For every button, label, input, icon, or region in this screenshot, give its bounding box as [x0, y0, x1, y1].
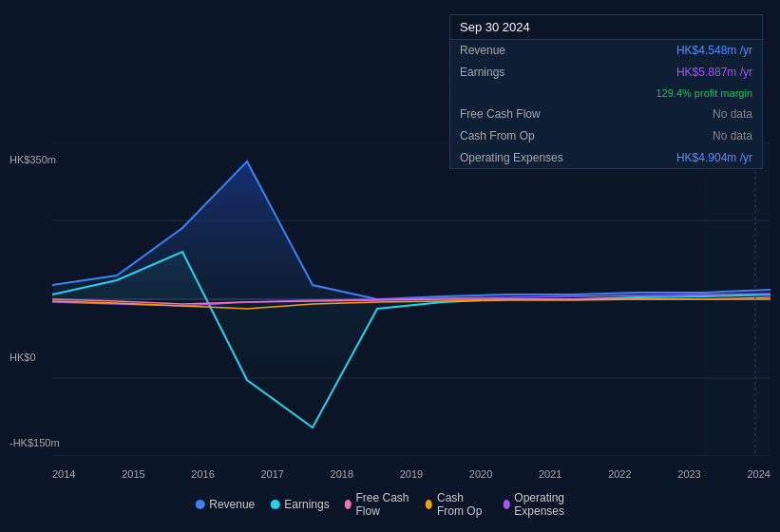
tooltip-value-cashfromop: No data	[713, 129, 752, 142]
chart-legend: Revenue Earnings Free Cash Flow Cash Fro…	[195, 491, 585, 518]
tooltip-label-revenue: Revenue	[460, 44, 505, 57]
x-label-2016: 2016	[191, 468, 214, 480]
y-label-mid: HK$0	[10, 352, 36, 363]
tooltip-label-fcf: Free Cash Flow	[460, 107, 541, 121]
tooltip-row-earnings: Earnings HK$5.887m /yr	[450, 62, 762, 84]
legend-item-cashfromop[interactable]: Cash From Op	[426, 491, 487, 518]
legend-label-cashfromop: Cash From Op	[437, 491, 488, 518]
tooltip-row-margin: 129.4% profit margin	[450, 84, 762, 104]
chart-svg	[52, 142, 770, 456]
x-label-2018: 2018	[331, 468, 353, 480]
tooltip-panel: Sep 30 2024 Revenue HK$4.548m /yr Earnin…	[449, 14, 763, 169]
tooltip-value-opex: HK$4.904m /yr	[676, 151, 752, 164]
legend-dot-fcf	[345, 500, 352, 509]
x-label-2015: 2015	[122, 468, 144, 480]
legend-item-opex[interactable]: Operating Expenses	[503, 491, 584, 518]
legend-label-opex: Operating Expenses	[514, 491, 584, 518]
legend-label-earnings: Earnings	[284, 498, 329, 511]
earnings-area	[52, 252, 770, 428]
tooltip-row-fcf: Free Cash Flow No data	[450, 104, 762, 125]
legend-dot-opex	[503, 500, 509, 509]
tooltip-row-revenue: Revenue HK$4.548m /yr	[450, 40, 762, 62]
legend-dot-cashfromop	[426, 500, 432, 509]
x-label-2014: 2014	[52, 468, 75, 480]
legend-dot-earnings	[270, 500, 279, 509]
legend-item-earnings[interactable]: Earnings	[270, 498, 329, 511]
x-label-2020: 2020	[469, 468, 492, 480]
tooltip-row-opex: Operating Expenses HK$4.904m /yr	[450, 147, 762, 168]
tooltip-value-revenue: HK$4.548m /yr	[676, 44, 752, 57]
tooltip-label-cashfromop: Cash From Op	[460, 129, 535, 142]
tooltip-value-earnings: HK$5.887m /yr	[676, 66, 752, 79]
tooltip-label-opex: Operating Expenses	[460, 151, 563, 164]
legend-dot-revenue	[195, 500, 204, 509]
x-label-2024: 2024	[747, 468, 770, 480]
x-label-2021: 2021	[539, 468, 561, 480]
profit-margin-value: 129.4% profit margin	[656, 87, 753, 99]
x-label-2017: 2017	[260, 468, 283, 480]
legend-item-fcf[interactable]: Free Cash Flow	[345, 491, 411, 518]
tooltip-row-cashfromop: Cash From Op No data	[450, 125, 762, 147]
tooltip-value-fcf: No data	[713, 107, 752, 121]
x-label-2019: 2019	[400, 468, 423, 480]
x-label-2022: 2022	[608, 468, 631, 480]
x-axis-labels: 2014 2015 2016 2017 2018 2019 2020 2021 …	[52, 464, 770, 480]
tooltip-date: Sep 30 2024	[450, 15, 762, 40]
tooltip-label-earnings: Earnings	[460, 66, 504, 79]
y-label-top: HK$350m	[10, 154, 56, 165]
legend-item-revenue[interactable]: Revenue	[195, 498, 255, 511]
legend-label-revenue: Revenue	[209, 498, 255, 511]
legend-label-fcf: Free Cash Flow	[355, 491, 410, 518]
x-label-2023: 2023	[677, 468, 700, 480]
